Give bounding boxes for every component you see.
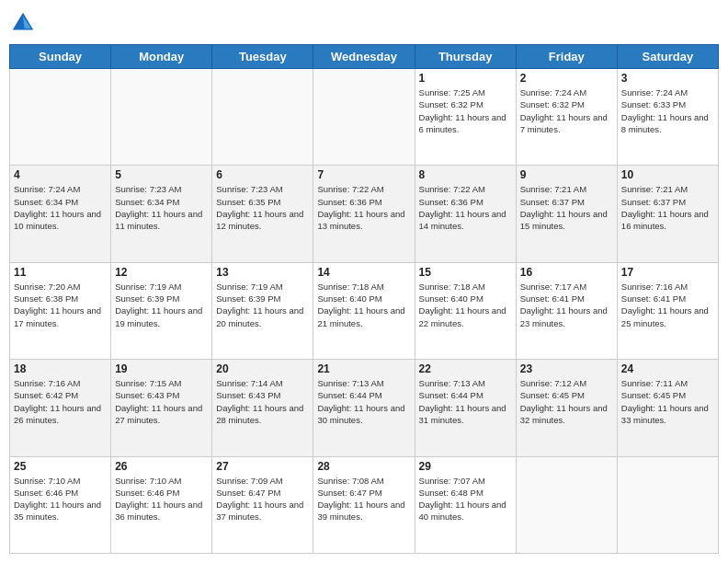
week-row-1: 1Sunrise: 7:25 AMSunset: 6:32 PMDaylight… <box>10 69 719 166</box>
calendar-cell: 6Sunrise: 7:23 AMSunset: 6:35 PMDaylight… <box>212 166 313 262</box>
header <box>9 9 719 37</box>
logo <box>9 9 40 37</box>
day-info: Sunrise: 7:15 AMSunset: 6:43 PMDaylight:… <box>115 377 208 426</box>
day-info: Sunrise: 7:23 AMSunset: 6:34 PMDaylight:… <box>115 183 208 232</box>
calendar-cell <box>111 69 212 166</box>
week-row-5: 25Sunrise: 7:10 AMSunset: 6:46 PMDayligh… <box>10 456 719 553</box>
calendar-cell: 9Sunrise: 7:21 AMSunset: 6:37 PMDaylight… <box>516 166 617 262</box>
day-number: 20 <box>216 362 309 375</box>
day-info: Sunrise: 7:07 AMSunset: 6:48 PMDaylight:… <box>419 475 512 523</box>
day-info: Sunrise: 7:19 AMSunset: 6:39 PMDaylight:… <box>115 281 208 329</box>
weekday-header-row: SundayMondayTuesdayWednesdayThursdayFrid… <box>10 45 719 69</box>
calendar-cell <box>212 69 313 166</box>
calendar-cell: 21Sunrise: 7:13 AMSunset: 6:44 PMDayligh… <box>313 360 415 456</box>
calendar-cell: 22Sunrise: 7:13 AMSunset: 6:44 PMDayligh… <box>415 360 516 456</box>
day-number: 11 <box>14 266 107 279</box>
week-row-3: 11Sunrise: 7:20 AMSunset: 6:38 PMDayligh… <box>10 262 719 359</box>
day-info: Sunrise: 7:24 AMSunset: 6:32 PMDaylight:… <box>520 86 613 135</box>
calendar-table: SundayMondayTuesdayWednesdayThursdayFrid… <box>9 44 719 554</box>
day-number: 4 <box>14 168 107 181</box>
day-number: 3 <box>621 72 714 85</box>
calendar-cell: 12Sunrise: 7:19 AMSunset: 6:39 PMDayligh… <box>111 262 212 359</box>
day-number: 27 <box>216 460 309 473</box>
day-info: Sunrise: 7:24 AMSunset: 6:34 PMDaylight:… <box>14 183 107 232</box>
calendar-cell <box>617 456 718 553</box>
day-info: Sunrise: 7:23 AMSunset: 6:35 PMDaylight:… <box>216 183 309 232</box>
calendar-cell <box>516 456 617 553</box>
calendar-cell: 20Sunrise: 7:14 AMSunset: 6:43 PMDayligh… <box>212 360 313 456</box>
week-row-4: 18Sunrise: 7:16 AMSunset: 6:42 PMDayligh… <box>10 360 719 456</box>
calendar-cell <box>10 69 111 166</box>
weekday-header-thursday: Thursday <box>415 45 516 69</box>
weekday-header-tuesday: Tuesday <box>212 45 313 69</box>
weekday-header-saturday: Saturday <box>617 45 718 69</box>
weekday-header-friday: Friday <box>516 45 617 69</box>
day-info: Sunrise: 7:21 AMSunset: 6:37 PMDaylight:… <box>621 183 714 232</box>
day-info: Sunrise: 7:18 AMSunset: 6:40 PMDaylight:… <box>419 281 512 329</box>
day-number: 5 <box>115 168 208 181</box>
day-info: Sunrise: 7:25 AMSunset: 6:32 PMDaylight:… <box>419 86 512 135</box>
day-number: 13 <box>216 266 309 279</box>
calendar-cell: 4Sunrise: 7:24 AMSunset: 6:34 PMDaylight… <box>10 166 111 262</box>
day-number: 22 <box>419 362 512 375</box>
day-number: 18 <box>14 362 107 375</box>
calendar-cell: 3Sunrise: 7:24 AMSunset: 6:33 PMDaylight… <box>617 69 718 166</box>
day-info: Sunrise: 7:12 AMSunset: 6:45 PMDaylight:… <box>520 377 613 426</box>
day-number: 19 <box>115 362 208 375</box>
weekday-header-wednesday: Wednesday <box>313 45 415 69</box>
calendar-cell: 11Sunrise: 7:20 AMSunset: 6:38 PMDayligh… <box>10 262 111 359</box>
calendar-cell: 1Sunrise: 7:25 AMSunset: 6:32 PMDaylight… <box>415 69 516 166</box>
weekday-header-sunday: Sunday <box>10 45 111 69</box>
day-number: 1 <box>419 72 512 85</box>
day-number: 26 <box>115 460 208 473</box>
calendar-cell: 16Sunrise: 7:17 AMSunset: 6:41 PMDayligh… <box>516 262 617 359</box>
day-info: Sunrise: 7:14 AMSunset: 6:43 PMDaylight:… <box>216 377 309 426</box>
day-number: 10 <box>621 168 714 181</box>
calendar-cell: 24Sunrise: 7:11 AMSunset: 6:45 PMDayligh… <box>617 360 718 456</box>
calendar-cell: 28Sunrise: 7:08 AMSunset: 6:47 PMDayligh… <box>313 456 415 553</box>
weekday-header-monday: Monday <box>111 45 212 69</box>
day-number: 24 <box>621 362 714 375</box>
day-info: Sunrise: 7:18 AMSunset: 6:40 PMDaylight:… <box>317 281 410 329</box>
calendar-cell: 8Sunrise: 7:22 AMSunset: 6:36 PMDaylight… <box>415 166 516 262</box>
day-number: 6 <box>216 168 309 181</box>
calendar-cell: 29Sunrise: 7:07 AMSunset: 6:48 PMDayligh… <box>415 456 516 553</box>
week-row-2: 4Sunrise: 7:24 AMSunset: 6:34 PMDaylight… <box>10 166 719 262</box>
calendar-cell: 18Sunrise: 7:16 AMSunset: 6:42 PMDayligh… <box>10 360 111 456</box>
day-info: Sunrise: 7:10 AMSunset: 6:46 PMDaylight:… <box>14 475 107 523</box>
day-info: Sunrise: 7:11 AMSunset: 6:45 PMDaylight:… <box>621 377 714 426</box>
calendar-cell: 15Sunrise: 7:18 AMSunset: 6:40 PMDayligh… <box>415 262 516 359</box>
calendar-cell: 7Sunrise: 7:22 AMSunset: 6:36 PMDaylight… <box>313 166 415 262</box>
day-number: 28 <box>317 460 410 473</box>
day-info: Sunrise: 7:13 AMSunset: 6:44 PMDaylight:… <box>317 377 410 426</box>
day-number: 12 <box>115 266 208 279</box>
day-info: Sunrise: 7:08 AMSunset: 6:47 PMDaylight:… <box>317 475 410 523</box>
calendar-cell: 2Sunrise: 7:24 AMSunset: 6:32 PMDaylight… <box>516 69 617 166</box>
day-number: 15 <box>419 266 512 279</box>
day-info: Sunrise: 7:22 AMSunset: 6:36 PMDaylight:… <box>419 183 512 232</box>
calendar-cell: 23Sunrise: 7:12 AMSunset: 6:45 PMDayligh… <box>516 360 617 456</box>
day-info: Sunrise: 7:20 AMSunset: 6:38 PMDaylight:… <box>14 281 107 329</box>
calendar-cell: 17Sunrise: 7:16 AMSunset: 6:41 PMDayligh… <box>617 262 718 359</box>
logo-icon <box>9 9 37 37</box>
day-info: Sunrise: 7:10 AMSunset: 6:46 PMDaylight:… <box>115 475 208 523</box>
day-number: 23 <box>520 362 613 375</box>
day-number: 29 <box>419 460 512 473</box>
calendar-cell: 13Sunrise: 7:19 AMSunset: 6:39 PMDayligh… <box>212 262 313 359</box>
calendar-cell: 5Sunrise: 7:23 AMSunset: 6:34 PMDaylight… <box>111 166 212 262</box>
day-info: Sunrise: 7:16 AMSunset: 6:41 PMDaylight:… <box>621 281 714 329</box>
day-number: 21 <box>317 362 410 375</box>
day-number: 9 <box>520 168 613 181</box>
day-number: 17 <box>621 266 714 279</box>
calendar-cell: 19Sunrise: 7:15 AMSunset: 6:43 PMDayligh… <box>111 360 212 456</box>
day-info: Sunrise: 7:09 AMSunset: 6:47 PMDaylight:… <box>216 475 309 523</box>
day-number: 16 <box>520 266 613 279</box>
day-number: 25 <box>14 460 107 473</box>
day-info: Sunrise: 7:21 AMSunset: 6:37 PMDaylight:… <box>520 183 613 232</box>
day-info: Sunrise: 7:17 AMSunset: 6:41 PMDaylight:… <box>520 281 613 329</box>
calendar-cell <box>313 69 415 166</box>
day-info: Sunrise: 7:24 AMSunset: 6:33 PMDaylight:… <box>621 86 714 135</box>
calendar-cell: 25Sunrise: 7:10 AMSunset: 6:46 PMDayligh… <box>10 456 111 553</box>
day-info: Sunrise: 7:16 AMSunset: 6:42 PMDaylight:… <box>14 377 107 426</box>
calendar-cell: 26Sunrise: 7:10 AMSunset: 6:46 PMDayligh… <box>111 456 212 553</box>
